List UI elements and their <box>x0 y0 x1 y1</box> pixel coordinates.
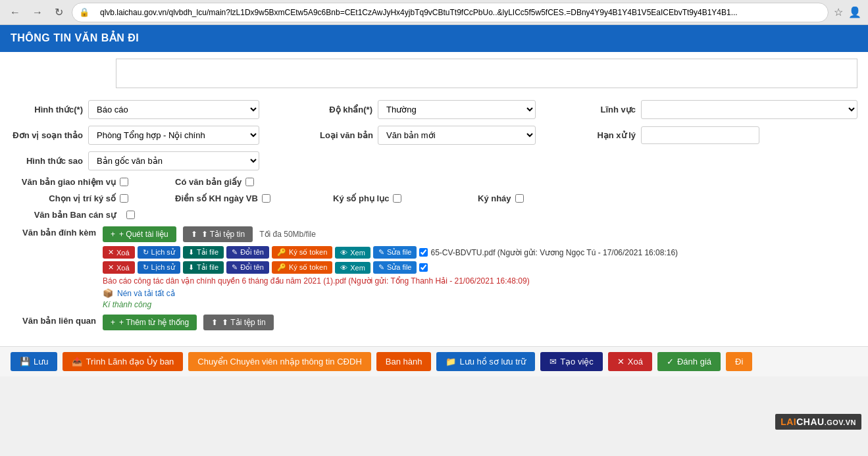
row-don-vi: Đơn vị soạn thảo Phòng Tổng hợp - Nội ch… <box>11 126 857 145</box>
xoa-btn-2[interactable]: ✕ Xoá <box>103 261 135 274</box>
address-bar[interactable] <box>93 5 821 20</box>
lich-su-btn-2[interactable]: ↻ Lịch sử <box>138 261 180 274</box>
upload-icon-2: ⬆ <box>211 318 218 327</box>
dien-so-kh-checkbox[interactable] <box>262 194 270 203</box>
loai-van-ban-label: Loại văn bản <box>320 130 372 140</box>
row-checkboxes-1: Văn bản giao nhiệm vụ Có văn bản giấy <box>11 177 857 187</box>
key-icon-1: 🔑 <box>277 248 286 257</box>
chon-vi-tri-ky-so-checkbox[interactable] <box>120 194 128 203</box>
tao-viec-button[interactable]: ✉ Tạo việc <box>540 352 603 371</box>
upload-icon: ⬆ <box>191 230 197 239</box>
edit-icon-1: ✎ <box>232 248 238 257</box>
forward-button[interactable]: → <box>29 5 46 20</box>
co-van-ban-giay-label: Có văn bản giấy <box>175 177 242 187</box>
history-icon-2: ↻ <box>143 263 149 272</box>
xem-btn-1[interactable]: 👁 Xem <box>335 247 370 259</box>
van-ban-giao-nhiem-vu-checkbox[interactable] <box>120 178 128 186</box>
ky-nhay-label: Ký nháy <box>478 193 511 203</box>
reload-button[interactable]: ↻ <box>51 5 66 20</box>
van-ban-ban-can-su-label: Văn bản Ban cán sự <box>11 210 116 220</box>
han-xu-ly-label: Hạn xử lý <box>590 130 636 140</box>
edit-icon-2: ✎ <box>232 263 238 272</box>
tai-tep-tin-2-button[interactable]: ⬆ ⬆ Tải tệp tin <box>203 315 273 330</box>
save-icon: 💾 <box>20 357 30 367</box>
danh-gia-button[interactable]: ✓ Đánh giá <box>657 352 721 371</box>
download-icon-2: ⬇ <box>188 263 194 272</box>
loai-van-ban-select[interactable]: Văn bản mới <box>378 126 536 145</box>
related-section: Văn bản liên quan + + Thêm từ hệ thống ⬆… <box>11 315 857 334</box>
attachment-content: + + Quét tài liệu ⬆ ⬆ Tải tệp tin Tối đa… <box>103 226 857 309</box>
eye-icon-2: 👁 <box>340 264 347 272</box>
tao-viec-icon: ✉ <box>549 357 557 367</box>
do-khan-select[interactable]: Thường <box>378 100 536 119</box>
back-button[interactable]: ← <box>7 5 24 20</box>
nen-va-tai-tat-ca-link[interactable]: Nén và tải tất cả <box>117 289 175 298</box>
di-button[interactable]: Đi <box>726 352 752 371</box>
luu-button[interactable]: 💾 Lưu <box>11 352 57 371</box>
row-hinh-thuc: Hình thức(*) Báo cáo Độ khẩn(*) Thường L… <box>11 100 857 119</box>
hinh-thuc-sao-label: Hình thức sao <box>11 156 83 166</box>
trinh-lanh-dao-button[interactable]: 📤 Trình Lãnh đạo Ủy ban <box>63 352 183 371</box>
luu-ho-so-button[interactable]: 📁 Lưu hồ sơ lưu trữ <box>436 352 535 371</box>
check-icon: ✓ <box>667 357 674 367</box>
ky-so-token-btn-2[interactable]: 🔑 Ký số token <box>272 261 332 274</box>
attachment-section: Văn bản đính kèm + + Quét tài liệu ⬆ ⬆ T… <box>11 226 857 309</box>
linh-vuc-select[interactable] <box>641 100 857 119</box>
file-name-2: Báo cáo công tác dân vận chính quyền 6 t… <box>103 276 530 286</box>
row-van-ban-ban-can-su: Văn bản Ban cán sự <box>11 210 857 220</box>
ky-so-phu-luc-checkbox[interactable] <box>393 194 401 203</box>
doi-ten-btn-2[interactable]: ✎ Đổi tên <box>226 261 269 274</box>
doi-ten-btn-1[interactable]: ✎ Đổi tên <box>226 246 269 259</box>
folder-icon: 📁 <box>446 357 456 367</box>
send-icon: 📤 <box>72 357 82 367</box>
van-ban-giao-nhiem-vu-label: Văn bản giao nhiệm vụ <box>11 177 116 187</box>
extensions-button[interactable]: ☆ <box>834 6 843 18</box>
hinh-thuc-label: Hình thức(*) <box>11 105 83 114</box>
hinh-thuc-sao-select[interactable]: Bản gốc văn bản <box>88 151 259 170</box>
add-icon: + <box>111 318 115 327</box>
edit2-icon-1: ✎ <box>378 248 384 257</box>
lock-icon: 🔒 <box>79 7 89 17</box>
page-title: THÔNG TIN VĂN BẢN ĐI <box>11 32 139 43</box>
lich-su-btn-1[interactable]: ↻ Lịch sử <box>138 246 180 259</box>
page-header: THÔNG TIN VĂN BẢN ĐI <box>0 25 868 51</box>
tai-file-btn-1[interactable]: ⬇ Tải file <box>183 246 224 259</box>
edit2-icon-2: ✎ <box>378 263 384 272</box>
tai-tep-tin-button[interactable]: ⬆ ⬆ Tải tệp tin <box>183 226 253 242</box>
van-ban-ban-can-su-checkbox[interactable] <box>126 211 135 219</box>
trash-icon: ✕ <box>617 357 625 367</box>
han-xu-ly-input[interactable] <box>641 126 759 144</box>
them-tu-he-thong-button[interactable]: + + Thêm từ hệ thống <box>103 315 197 330</box>
ky-nhay-checkbox[interactable] <box>515 194 524 203</box>
file-checkbox-2[interactable] <box>419 263 428 272</box>
chuyen-chuyen-vien-button[interactable]: Chuyển Chuyên viên nhập thông tin CĐDH <box>188 352 370 371</box>
sua-file-btn-2[interactable]: ✎ Sửa file <box>373 261 417 274</box>
ky-so-token-btn-1[interactable]: 🔑 Ký số token <box>272 246 332 259</box>
xem-btn-2[interactable]: 👁 Xem <box>335 262 370 274</box>
do-khan-label: Độ khẩn(*) <box>320 105 372 114</box>
ky-so-phu-luc-label: Ký số phụ lục <box>333 193 389 203</box>
van-ban-lien-quan-label: Văn bản liên quan <box>11 315 103 326</box>
history-icon-1: ↻ <box>143 248 149 257</box>
xoa-icon-2: ✕ <box>108 263 114 272</box>
row-hinh-thuc-sao: Hình thức sao Bản gốc văn bản <box>11 151 857 170</box>
ban-hanh-button[interactable]: Ban hành <box>376 352 432 371</box>
content-textarea[interactable] <box>116 59 857 88</box>
hinh-thuc-select[interactable]: Báo cáo <box>88 100 259 119</box>
xoa-bottom-button[interactable]: ✕ Xoá <box>608 352 652 371</box>
file-row-1: ✕ Xoá ↻ Lịch sử ⬇ Tải file ✎ Đổi tên 🔑 <box>103 246 857 259</box>
xoa-btn-1[interactable]: ✕ Xoá <box>103 246 135 259</box>
quet-tai-lieu-button[interactable]: + + Quét tài liệu <box>103 226 176 242</box>
don-vi-select[interactable]: Phòng Tổng hợp - Nội chính <box>88 126 259 145</box>
download-icon-1: ⬇ <box>188 248 194 257</box>
tai-file-btn-2[interactable]: ⬇ Tải file <box>183 261 224 274</box>
profile-button[interactable]: 👤 <box>848 6 861 18</box>
co-van-ban-giay-checkbox[interactable] <box>245 178 254 186</box>
sua-file-btn-1[interactable]: ✎ Sửa file <box>373 246 417 259</box>
bottom-toolbar: 💾 Lưu 📤 Trình Lãnh đạo Ủy ban Chuyển Chu… <box>0 346 868 376</box>
van-ban-dinh-kem-label: Văn bản đính kèm <box>11 226 103 238</box>
key-icon-2: 🔑 <box>277 263 286 272</box>
compress-icon: 📦 <box>103 288 113 298</box>
file-checkbox-1[interactable] <box>419 248 428 257</box>
linh-vuc-label: Lĩnh vực <box>590 105 636 114</box>
